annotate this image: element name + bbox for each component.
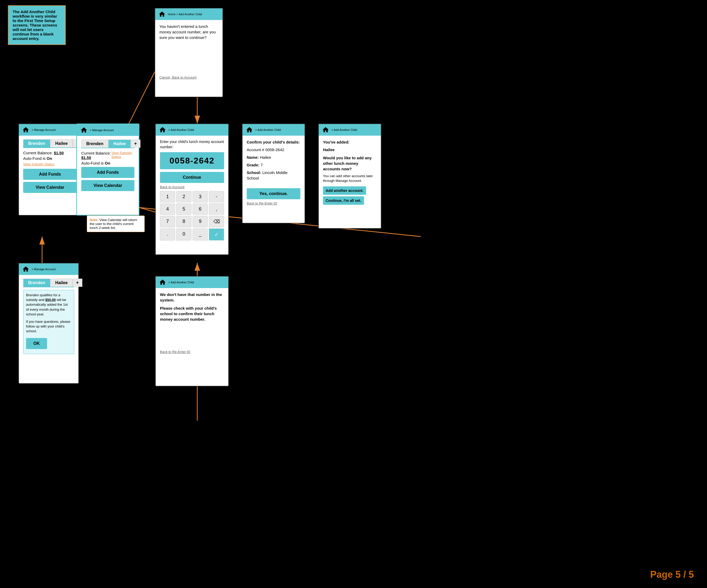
key-backspace[interactable]: ⌫: [209, 216, 224, 227]
home-icon-enter-id: [159, 126, 166, 134]
add-another-btn[interactable]: Add another account.: [323, 186, 366, 195]
screen-confirm-header: > Add Another Child: [242, 124, 305, 136]
back-to-account-link-enter-id[interactable]: Back to Account: [160, 185, 224, 189]
key-3[interactable]: 3: [193, 191, 208, 203]
home-icon-manage2: [80, 126, 88, 134]
added-breadcrumb: > Add Another Child: [331, 128, 357, 132]
screen-warning-body: You haven't entered a lunch money accoun…: [155, 20, 223, 83]
screen-no-number-body: We don't have that number in the system.…: [156, 288, 228, 358]
back-re-enter-link-confirm[interactable]: Back to Re-Enter ID: [247, 201, 300, 205]
screen-confirm: > Add Another Child Confirm your child's…: [242, 123, 305, 223]
continue-btn-enter-id[interactable]: Continue: [160, 172, 224, 183]
subsidy-tab-bar: Brenden Hailee +: [23, 279, 74, 287]
confirm-grade: Grade: 7: [247, 162, 300, 168]
confirm-title: Confirm your child's details:: [247, 139, 300, 145]
home-icon-subsidy: [22, 265, 30, 273]
tab-hailee-manage1[interactable]: Hailee: [50, 139, 73, 147]
home-icon-added: [322, 126, 329, 134]
autofund-manage1: Auto-Fund is On: [23, 156, 77, 160]
subsidy-text1: Brenden qualifies for a subsidy and $50.…: [26, 293, 71, 317]
added-info: You can add other accounts later through…: [323, 174, 377, 183]
screen-manage2: > Manage Account Brenden Hailee + Curren…: [76, 123, 139, 216]
note-label: Note:: [90, 218, 98, 222]
screen-subsidy-body: Brenden Hailee + Brenden qualifies for a…: [19, 275, 78, 358]
tab-brenden-subsidy[interactable]: Brenden: [23, 279, 50, 287]
page-number: Page 5 / 5: [650, 569, 694, 580]
ok-btn[interactable]: OK: [26, 338, 47, 349]
manage1-breadcrumb: > Manage Account: [32, 128, 56, 132]
key-dash[interactable]: -: [209, 191, 224, 203]
key-9[interactable]: 9: [193, 216, 208, 227]
screen-enter-id: > Add Another Child Enter your child's l…: [155, 123, 229, 255]
home-icon-confirm: [246, 126, 253, 134]
key-7[interactable]: 7: [160, 216, 175, 227]
added-name: Hailee: [323, 147, 377, 152]
annotation-box: The Add Another Child workflow is very s…: [8, 5, 66, 45]
view-calendar-btn-manage2[interactable]: View Calendar: [81, 180, 134, 191]
home-icon-no-number: [159, 279, 166, 286]
tab-hailee-subsidy[interactable]: Hailee: [50, 279, 73, 287]
warning-text: You haven't entered a lunch money accoun…: [159, 24, 218, 40]
key-check[interactable]: ✓: [209, 228, 224, 241]
autofund-manage2: Auto-Fund is On: [81, 161, 111, 166]
screen-confirm-body: Confirm your child's details: Account # …: [242, 136, 305, 209]
screen-no-number: > Add Another Child We don't have that n…: [155, 276, 229, 387]
subsidy-link-manage1[interactable]: View Subsidy Status: [23, 162, 77, 166]
subsidy-message-box: Brenden qualifies for a subsidy and $50.…: [23, 290, 74, 354]
key-5[interactable]: 5: [176, 204, 192, 215]
continue-all-set-btn[interactable]: Continue, I'm all set.: [323, 196, 364, 205]
add-funds-btn-manage2[interactable]: Add Funds: [81, 167, 134, 178]
screen-subsidy: > Manage Account Brenden Hailee + Brende…: [19, 263, 79, 384]
confirm-breadcrumb: > Add Another Child: [255, 128, 281, 132]
key-comma[interactable]: ,: [209, 204, 224, 215]
key-6[interactable]: 6: [193, 204, 208, 215]
confirm-grade-value: 7: [261, 163, 263, 167]
name-label: Name:: [247, 155, 259, 159]
key-4[interactable]: 4: [160, 204, 175, 215]
home-icon: [158, 10, 166, 18]
cancel-back-link[interactable]: Cancel, Back to Account: [159, 75, 218, 79]
confirm-school: School: Lincoln Middle School: [247, 170, 300, 181]
screen-warning-header: Home > Add Another Child: [155, 8, 223, 20]
school-label: School:: [247, 170, 261, 175]
tab-brenden-manage2[interactable]: Brenden: [81, 140, 108, 148]
added-question: Would you like to add any other lunch mo…: [323, 155, 377, 172]
balance-manage1: Current Balance: $1.50: [23, 151, 77, 155]
added-title: You've added:: [323, 139, 377, 145]
back-re-enter-link-no-number[interactable]: Back to Re-Enter ID: [160, 350, 224, 354]
no-number-breadcrumb: > Add Another Child: [168, 281, 194, 284]
key-1[interactable]: 1: [160, 191, 175, 203]
manage2-breadcrumb: > Manage Account: [90, 128, 114, 132]
key-8[interactable]: 8: [176, 216, 192, 227]
keypad: 1 2 3 - 4 5 6 , 7 8 9 ⌫ . 0 _ ✓: [160, 191, 224, 241]
yes-continue-btn[interactable]: Yes, continue.: [247, 188, 300, 199]
screen-subsidy-header: > Manage Account: [19, 263, 78, 275]
tab-plus-subsidy[interactable]: +: [73, 279, 82, 287]
annotation-text: The Add Another Child workflow is very s…: [13, 9, 57, 41]
screen-added-body: You've added: Hailee Would you like to a…: [319, 136, 381, 210]
key-2[interactable]: 2: [176, 191, 192, 203]
screen-enter-id-header: > Add Another Child: [156, 124, 228, 136]
view-calendar-note: Note: View Calendar will return the user…: [87, 216, 145, 232]
screen-manage2-body: Brenden Hailee + Current Balance: $1.50 …: [77, 136, 139, 197]
view-calendar-btn-manage1[interactable]: View Calendar: [23, 182, 77, 193]
no-number-line1: We don't have that number in the system.: [160, 292, 224, 303]
balance-manage2: Current Balance: $1.50: [81, 151, 111, 160]
no-number-line2: Please check with your child's school to…: [160, 305, 224, 322]
tab-brenden-manage1[interactable]: Brenden: [23, 139, 50, 147]
header-home-label: Home > Add Another Child: [168, 13, 202, 16]
grade-label: Grade:: [247, 163, 259, 167]
key-underscore[interactable]: _: [193, 228, 208, 241]
confirm-account: Account # 0058-2642: [247, 147, 300, 152]
subsidy-link-manage2[interactable]: View Subsidy Status: [111, 151, 134, 159]
enter-id-prompt: Enter your child's lunch money account n…: [160, 139, 224, 150]
screen-no-number-header: > Add Another Child: [156, 277, 228, 288]
key-dot[interactable]: .: [160, 228, 175, 241]
key-0[interactable]: 0: [176, 228, 192, 241]
add-funds-btn-manage1[interactable]: Add Funds: [23, 169, 77, 180]
subsidy-breadcrumb: > Manage Account: [32, 267, 56, 271]
tab-plus-manage2[interactable]: +: [131, 140, 140, 148]
tab-hailee-manage2[interactable]: Hailee: [108, 140, 131, 148]
screen-manage1: > Manage Account Brenden Hailee + Curren…: [19, 123, 81, 216]
subsidy-text2: If you have questions, please follow up …: [26, 319, 71, 334]
